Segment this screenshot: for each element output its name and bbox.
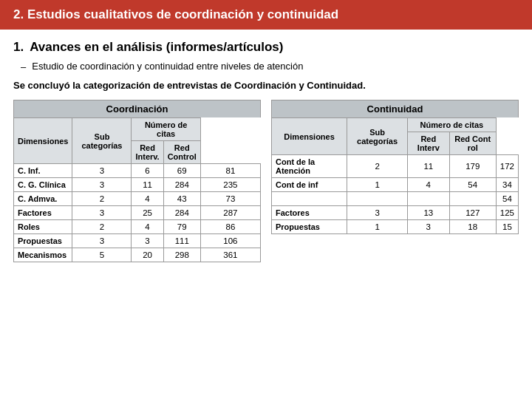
red-control-cell: 287	[200, 206, 260, 220]
row-label: C. Inf.	[14, 164, 72, 178]
red-interv-cell: 298	[163, 248, 200, 262]
th-red-control: Red Control	[163, 141, 200, 164]
dimensiones-cell: 3	[347, 206, 408, 220]
red-interv-cell: 79	[163, 220, 200, 234]
page: 2. Estudios cualitativos de coordinación…	[0, 0, 532, 399]
coordinacion-table: Dimensiones Sub categorías Número de cit…	[13, 117, 261, 262]
table-row: Propuestas 3 3 111 106	[14, 234, 261, 248]
dimensiones-cell: 3	[72, 206, 132, 220]
conclusion-text: Se concluyó la categorización de entrevi…	[13, 80, 519, 91]
subcategorias-cell: 4	[407, 178, 449, 192]
red-interv-cell: 111	[163, 234, 200, 248]
subcategorias-cell: 3	[407, 220, 449, 234]
dimensiones-cell: 5	[72, 248, 132, 262]
red-control-cell: 172	[496, 155, 518, 178]
red-control-cell: 125	[496, 206, 518, 220]
row-label: Mecanismos	[14, 248, 72, 262]
red-control-cell: 235	[200, 178, 260, 192]
coordinacion-block: Coordinación Dimensiones Sub categorías …	[13, 100, 261, 262]
table-row: Propuestas 1 3 18 15	[272, 220, 519, 234]
row-label: Factores	[272, 206, 347, 220]
red-interv-cell: 284	[163, 206, 200, 220]
continuidad-label: Continuidad	[271, 100, 519, 117]
row-label: Cont de la Atención	[272, 155, 347, 178]
continuidad-table: Dimensiones Sub categorías Número de cit…	[271, 117, 519, 234]
subcategorias-cell: 4	[132, 192, 163, 206]
dimensiones-cell	[347, 192, 408, 206]
subcategorias-cell: 6	[132, 164, 163, 178]
th-dimensiones: Dimensiones	[14, 118, 72, 164]
row-label: Propuestas	[14, 234, 72, 248]
red-interv-cell: 69	[163, 164, 200, 178]
red-control-cell: 34	[496, 178, 518, 192]
row-label: C. Admva.	[14, 192, 72, 206]
tables-area: Coordinación Dimensiones Sub categorías …	[13, 100, 519, 262]
red-interv-cell: 43	[163, 192, 200, 206]
dimensiones-cell: 2	[72, 220, 132, 234]
red-control-cell: 15	[496, 220, 518, 234]
row-label: Propuestas	[272, 220, 347, 234]
subsection-text: Estudio de coordinación y continuidad en…	[32, 61, 303, 72]
main-content: 1. Avances en el análisis (informes/artí…	[0, 30, 532, 270]
red-interv-cell: 54	[449, 178, 496, 192]
subcategorias-cell	[407, 192, 449, 206]
table-row: Roles 2 4 79 86	[14, 220, 261, 234]
red-control-cell: 73	[200, 192, 260, 206]
subcategorias-cell: 11	[407, 155, 449, 178]
subcategorias-cell: 13	[407, 206, 449, 220]
continuidad-block: Continuidad Dimensiones Sub categorías N…	[271, 100, 519, 234]
dash: –	[21, 61, 26, 72]
row-label: Factores	[14, 206, 72, 220]
dimensiones-cell: 3	[72, 178, 132, 192]
th-dim-cont: Dimensiones	[272, 118, 347, 155]
coordinacion-label: Coordinación	[13, 100, 261, 117]
dimensiones-cell: 3	[72, 164, 132, 178]
table-row: 54	[272, 192, 519, 206]
subcategorias-cell: 25	[132, 206, 163, 220]
th-subcategorias: Sub categorías	[72, 118, 132, 164]
row-label	[272, 192, 347, 206]
table-row: C. Admva. 2 4 43 73	[14, 192, 261, 206]
subcategorias-cell: 11	[132, 178, 163, 192]
red-control-cell: 106	[200, 234, 260, 248]
th-sub-cont: Sub categorías	[347, 118, 408, 155]
red-interv-cell	[449, 192, 496, 206]
th-numero-citas: Número de citas	[132, 118, 200, 141]
section1-title: Avances en el análisis (informes/artícul…	[30, 40, 283, 55]
row-label: Cont de inf	[272, 178, 347, 192]
table-row: Cont de inf 1 4 54 34	[272, 178, 519, 192]
subsection-row: – Estudio de coordinación y continuidad …	[21, 61, 519, 72]
red-control-cell: 54	[496, 192, 518, 206]
table-row: Factores 3 13 127 125	[272, 206, 519, 220]
th-interv-cont: Red Interv	[407, 132, 449, 155]
red-interv-cell: 18	[449, 220, 496, 234]
table-row: C. Inf. 3 6 69 81	[14, 164, 261, 178]
table-row: Cont de la Atención 2 11 179 172	[272, 155, 519, 178]
subcategorias-cell: 3	[132, 234, 163, 248]
table-row: Factores 3 25 284 287	[14, 206, 261, 220]
row-label: Roles	[14, 220, 72, 234]
subcategorias-cell: 20	[132, 248, 163, 262]
red-interv-cell: 127	[449, 206, 496, 220]
dimensiones-cell: 2	[347, 155, 408, 178]
red-interv-cell: 179	[449, 155, 496, 178]
table-row: Mecanismos 5 20 298 361	[14, 248, 261, 262]
section-number: 1.	[13, 40, 24, 55]
row-label: C. G. Clínica	[14, 178, 72, 192]
section-header: 2. Estudios cualitativos de coordinación…	[0, 0, 532, 30]
th-red-interv: Red Interv.	[132, 141, 163, 164]
red-control-cell: 81	[200, 164, 260, 178]
red-control-cell: 86	[200, 220, 260, 234]
table-row: C. G. Clínica 3 11 284 235	[14, 178, 261, 192]
th-citas-cont: Número de citas	[407, 118, 496, 132]
th-control-cont: Red Cont rol	[449, 132, 496, 155]
dimensiones-cell: 1	[347, 220, 408, 234]
header-title: 2. Estudios cualitativos de coordinación…	[13, 7, 338, 21]
subcategorias-cell: 4	[132, 220, 163, 234]
red-interv-cell: 284	[163, 178, 200, 192]
dimensiones-cell: 1	[347, 178, 408, 192]
dimensiones-cell: 3	[72, 234, 132, 248]
red-control-cell: 361	[200, 248, 260, 262]
dimensiones-cell: 2	[72, 192, 132, 206]
